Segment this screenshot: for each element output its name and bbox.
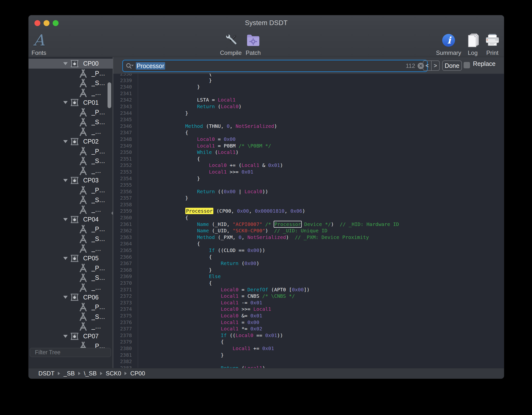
code-line-2357[interactable]: 2357 }: [113, 195, 504, 201]
code-line-2360[interactable]: 2360 {: [113, 214, 504, 221]
code-line-2376[interactable]: 2376 Local1 = 0x00: [113, 319, 504, 326]
code-line-2361[interactable]: 2361 Name (_HID, "ACPI0007" /* Processor…: [113, 221, 504, 228]
code-line-2371[interactable]: 2371 Local0 = DerefOf (APT0 [0x00]): [113, 286, 504, 293]
patch-button[interactable]: Patch: [235, 32, 272, 56]
code-line-2373[interactable]: 2373 Local1 -= 0x01: [113, 299, 504, 306]
tree-child-CP01-S[interactable]: _S…: [29, 117, 113, 127]
code-line-2339[interactable]: 2339 }: [113, 77, 504, 84]
code-line-2372[interactable]: 2372 Local1 = CNBS /* \CNBS */: [113, 293, 504, 299]
tree-item-CP07[interactable]: CP07: [29, 331, 113, 341]
tree-item-CP03[interactable]: CP03: [29, 176, 113, 185]
code-line-2358[interactable]: 2358: [113, 201, 504, 208]
tree-child-CP05-[interactable]: _…: [29, 283, 113, 293]
code-line-2365[interactable]: 2365 If ((CLOD == 0x00)): [113, 247, 504, 254]
disclosure-triangle[interactable]: [63, 218, 68, 221]
breadcrumb-item-2[interactable]: \_SB: [84, 370, 97, 377]
code-line-2338[interactable]: 2338 {: [113, 74, 504, 77]
tree-child-CP00-[interactable]: _…: [29, 88, 113, 98]
breadcrumb-item-4[interactable]: CP00: [130, 370, 145, 377]
code-line-2368[interactable]: 2368 }: [113, 267, 504, 273]
breadcrumb-item-3[interactable]: SCK0: [106, 370, 121, 377]
filter-tree-field[interactable]: [30, 348, 111, 357]
tree-child-CP04-P[interactable]: _P…: [29, 224, 113, 234]
tree-item-CP02[interactable]: CP02: [29, 137, 113, 147]
code-line-2346[interactable]: 2346 Method (THNU, 0, NotSerialized): [113, 123, 504, 130]
tree-child-CP01-P[interactable]: _P…: [29, 107, 113, 117]
disclosure-triangle[interactable]: [63, 101, 68, 104]
replace-checkbox[interactable]: [464, 62, 470, 68]
tree-child-CP02-[interactable]: _…: [29, 166, 113, 176]
code-line-2344[interactable]: 2344 }: [113, 110, 504, 117]
code-line-2369[interactable]: 2369 Else: [113, 273, 504, 280]
print-button[interactable]: Print: [474, 32, 504, 56]
tree-child-CP03-[interactable]: _…: [29, 205, 113, 215]
tree-child-CP06-S[interactable]: _S…: [29, 312, 113, 322]
find-previous-button[interactable]: <: [423, 61, 432, 70]
code-line-2377[interactable]: 2377 Local1 *= 0x02: [113, 326, 504, 332]
code-line-2342[interactable]: 2342 LSTA = Local1: [113, 97, 504, 103]
disclosure-triangle[interactable]: [63, 335, 68, 338]
disclosure-triangle[interactable]: [63, 62, 68, 65]
tree-child-CP00-S[interactable]: _S…: [29, 78, 113, 88]
code-line-2383[interactable]: 2383 Return (Local1): [113, 365, 504, 368]
search-input[interactable]: Processor: [136, 62, 165, 70]
breadcrumb-item-0[interactable]: DSDT: [38, 370, 54, 377]
sidebar-scrollbar[interactable]: [108, 82, 111, 108]
code-line-2374[interactable]: 2374 Local0 >>= Local1: [113, 306, 504, 312]
tree-child-CP06-P[interactable]: _P…: [29, 302, 113, 312]
disclosure-triangle[interactable]: [63, 296, 68, 299]
code-line-2352[interactable]: 2352 Local0 += (Local1 & 0x01): [113, 162, 504, 169]
code-line-2381[interactable]: 2381 }: [113, 352, 504, 358]
tree-child-CP04-S[interactable]: _S…: [29, 234, 113, 244]
code-line-2375[interactable]: 2375 Local0 &= 0x01: [113, 312, 504, 319]
tree-item-CP04[interactable]: CP04: [29, 215, 113, 224]
filter-tree-input[interactable]: [34, 349, 108, 356]
code-line-2349[interactable]: 2349 Local1 = P0BM /* \P0BM */: [113, 143, 504, 149]
code-line-2353[interactable]: 2353 Local1 >>= 0x01: [113, 169, 504, 175]
code-line-2354[interactable]: 2354 }: [113, 175, 504, 182]
disclosure-triangle[interactable]: [63, 257, 68, 260]
code-line-2370[interactable]: 2370 {: [113, 280, 504, 286]
code-line-2378[interactable]: 2378 If ((Local0 == 0x01)): [113, 332, 504, 339]
tree-child-CP06-[interactable]: _…: [29, 322, 113, 331]
code-line-2355[interactable]: 2355: [113, 182, 504, 188]
tree-child-CP00-P[interactable]: _P…: [29, 69, 113, 78]
disclosure-triangle[interactable]: [63, 179, 68, 182]
code-line-2348[interactable]: 2348 Local0 = 0x00: [113, 136, 504, 143]
tree-child-CP01-[interactable]: _…: [29, 127, 113, 137]
tree-child-CP03-S[interactable]: _S…: [29, 195, 113, 205]
fonts-button[interactable]: A Fonts: [29, 32, 57, 56]
code-line-2379[interactable]: 2379 {: [113, 339, 504, 345]
tree-child-CP05-S[interactable]: _S…: [29, 273, 113, 283]
tree-item-CP05[interactable]: CP05: [29, 253, 113, 263]
code-line-2350[interactable]: 2350 While (Local1): [113, 149, 504, 156]
code-line-2341[interactable]: 2341: [113, 90, 504, 97]
tree-child-CP02-P[interactable]: _P…: [29, 146, 113, 156]
code-line-2356[interactable]: 2356 Return ((0x00 | Local0)): [113, 188, 504, 195]
code-line-2343[interactable]: 2343 Return (Local0): [113, 103, 504, 110]
code-line-2345[interactable]: 2345: [113, 116, 504, 123]
code-editor[interactable]: 2338 {2339 }2340 }23412342 LSTA = Local1…: [113, 74, 504, 368]
code-line-2367[interactable]: 2367 Return (0x00): [113, 260, 504, 267]
code-line-2380[interactable]: 2380 Local1 += 0x01: [113, 345, 504, 352]
code-line-2363[interactable]: 2363 Method (_PXM, 0, NotSerialized) // …: [113, 234, 504, 241]
search-field[interactable]: Processor 112 ✕: [122, 60, 428, 72]
tree-child-CP05-P[interactable]: _P…: [29, 263, 113, 273]
tree-child-CP03-P[interactable]: _P…: [29, 185, 113, 195]
code-line-2359[interactable]: 2359 Processor (CP00, 0x00, 0x00001810, …: [113, 208, 504, 214]
done-button[interactable]: Done: [442, 60, 462, 71]
code-line-2362[interactable]: 2362 Name (_UID, "SCK0-CP00") // _UID: U…: [113, 227, 504, 234]
tree-child-CP07-P[interactable]: _P…: [29, 341, 113, 348]
tree-item-CP00[interactable]: CP00: [29, 59, 113, 69]
disclosure-triangle[interactable]: [63, 140, 68, 143]
breadcrumb-item-1[interactable]: _SB: [63, 370, 75, 377]
code-line-2382[interactable]: 2382: [113, 358, 504, 365]
tree-child-CP02-S[interactable]: _S…: [29, 156, 113, 166]
title-bar[interactable]: System DSDT: [29, 15, 504, 31]
code-line-2366[interactable]: 2366 {: [113, 254, 504, 260]
tree-item-CP06[interactable]: CP06: [29, 292, 113, 302]
find-next-button[interactable]: >: [432, 61, 439, 70]
tree-item-CP01[interactable]: CP01: [29, 98, 113, 107]
code-line-2364[interactable]: 2364 {: [113, 240, 504, 247]
code-line-2340[interactable]: 2340 }: [113, 84, 504, 90]
